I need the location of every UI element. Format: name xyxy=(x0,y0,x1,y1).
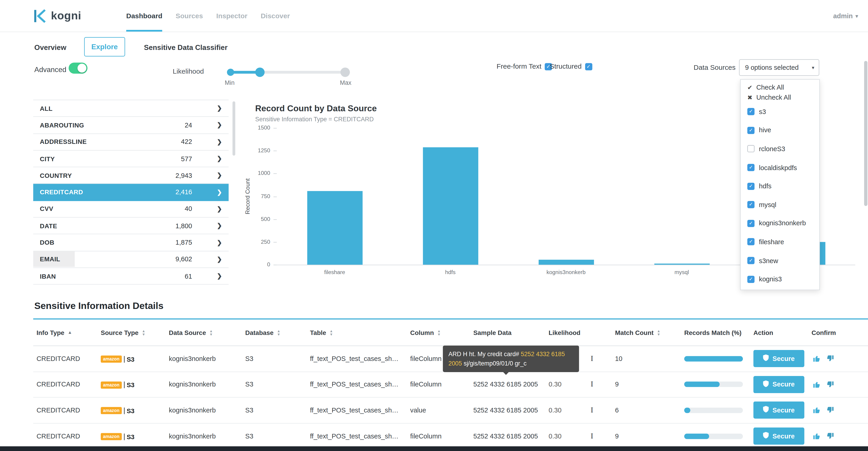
secure-button[interactable]: Secure xyxy=(753,376,804,393)
data-source-option-fileshare[interactable]: ✓fileshare xyxy=(741,233,819,251)
column-header-table[interactable]: Table▲▼ xyxy=(307,329,407,336)
list-scrollbar[interactable] xyxy=(232,101,235,155)
likelihood-slider[interactable] xyxy=(227,66,350,78)
slider-max-handle[interactable] xyxy=(341,67,350,77)
slider-min-handle[interactable] xyxy=(227,69,234,76)
data-source-option-mysql[interactable]: ✓mysql xyxy=(741,196,819,214)
info-type-row-city[interactable]: CITY577❯ xyxy=(33,150,228,168)
page-scrollbar[interactable] xyxy=(864,61,868,206)
info-type-row-creditcard[interactable]: CREDITCARD2,416❯ xyxy=(33,184,228,201)
sort-desc-icon: ▼ xyxy=(437,332,441,336)
thumbs-up-icon[interactable] xyxy=(813,432,821,440)
info-type-row-addressline[interactable]: ADDRESSLINE422❯ xyxy=(33,134,228,151)
sort-icons[interactable]: ▲▼ xyxy=(142,329,146,336)
sort-icons[interactable]: ▲▼ xyxy=(437,329,441,336)
column-label: Sample Data xyxy=(473,329,512,336)
cell-database: S3 xyxy=(242,381,307,388)
cell-text-icon: I xyxy=(587,354,612,363)
sort-icons[interactable]: ▲▼ xyxy=(209,329,213,336)
nav-item-sources[interactable]: Sources xyxy=(176,0,203,31)
thumbs-up-icon[interactable] xyxy=(813,380,821,389)
checked-checkbox[interactable]: ✓ xyxy=(747,183,755,190)
sort-icons[interactable]: ▲▼ xyxy=(657,329,660,336)
sort-icons[interactable]: ▲▼ xyxy=(330,329,333,336)
data-source-option-kognis3[interactable]: ✓kognis3 xyxy=(741,270,819,289)
column-header-source-type[interactable]: Source Type▲▼ xyxy=(97,329,165,336)
tooltip-arrow xyxy=(503,372,509,378)
freeform-text-filter[interactable]: Free-form Text ✓ xyxy=(496,62,552,70)
tab-overview[interactable]: Overview xyxy=(34,43,66,51)
checked-checkbox[interactable]: ✓ xyxy=(747,127,755,134)
checked-checkbox[interactable]: ✓ xyxy=(747,164,755,171)
brand[interactable]: kogni xyxy=(33,0,82,31)
thumbs-down-icon[interactable] xyxy=(826,432,834,440)
checked-checkbox[interactable]: ✓ xyxy=(747,108,755,115)
text-ibeam-icon[interactable]: I xyxy=(591,354,593,363)
secure-button[interactable]: Secure xyxy=(753,402,804,419)
slider-value-handle[interactable] xyxy=(255,67,265,77)
structured-filter[interactable]: Structured ✓ xyxy=(550,62,592,70)
check-all-action[interactable]: ✔ Check All xyxy=(741,83,819,93)
sort-icons[interactable]: ▲▼ xyxy=(277,329,281,336)
column-header-match-count[interactable]: Match Count▲▼ xyxy=(612,329,681,336)
thumbs-down-icon[interactable] xyxy=(826,406,834,414)
user-menu[interactable]: admin ▾ xyxy=(833,0,858,31)
text-ibeam-icon[interactable]: I xyxy=(591,406,593,414)
column-header-info-type[interactable]: Info Type▲ xyxy=(33,329,98,336)
check-all-label: Check All xyxy=(756,84,784,91)
secure-button[interactable]: Secure xyxy=(753,350,804,367)
checked-checkbox[interactable]: ✓ xyxy=(747,220,755,227)
cell-table: ff_text_POS_test_cases_sh… xyxy=(307,407,407,414)
advanced-toggle[interactable] xyxy=(69,62,88,73)
info-type-row-all[interactable]: ALL❯ xyxy=(33,100,228,117)
tab-explore[interactable]: Explore xyxy=(84,37,125,57)
thumbs-down-icon[interactable] xyxy=(826,380,834,389)
column-label: Database xyxy=(245,329,274,336)
data-source-option-s3new[interactable]: ✓s3new xyxy=(741,251,819,270)
uncheck-all-action[interactable]: ✖ Uncheck All xyxy=(741,93,819,102)
tab-sensitive-data-classifier[interactable]: Sensitive Data Classifier xyxy=(144,43,227,51)
info-type-row-date[interactable]: DATE1,800❯ xyxy=(33,218,228,235)
info-type-row-iban[interactable]: IBAN61❯ xyxy=(33,268,228,285)
data-source-option-hdfs[interactable]: ✓hdfs xyxy=(741,177,819,196)
amazon-logo-text: amazon xyxy=(101,382,122,389)
sort-asc-icon[interactable]: ▲ xyxy=(68,330,72,335)
info-type-row-dob[interactable]: DOB1,875❯ xyxy=(33,234,228,251)
thumbs-up-icon[interactable] xyxy=(813,406,821,414)
nav-item-dashboard[interactable]: Dashboard xyxy=(126,0,162,31)
structured-label: Structured xyxy=(550,62,582,70)
data-sources-select[interactable]: 9 options selected ▾ xyxy=(739,59,819,76)
column-header-database[interactable]: Database▲▼ xyxy=(242,329,307,336)
data-source-option-localdiskpdfs[interactable]: ✓localdiskpdfs xyxy=(741,158,819,177)
x-tick-label: mysql xyxy=(624,269,740,275)
y-tick-mark xyxy=(274,128,277,128)
text-ibeam-icon[interactable]: I xyxy=(591,432,593,440)
data-source-option-s3[interactable]: ✓s3 xyxy=(741,102,819,121)
nav-item-discover[interactable]: Discover xyxy=(261,0,290,31)
column-label: Records Match (%) xyxy=(684,329,742,336)
data-source-option-rclones3[interactable]: rcloneS3 xyxy=(741,140,819,158)
unchecked-checkbox[interactable] xyxy=(747,145,755,153)
secure-button[interactable]: Secure xyxy=(753,427,804,445)
caret-down-icon: ▾ xyxy=(812,65,814,70)
info-type-row-cvv[interactable]: CVV40❯ xyxy=(33,201,228,218)
data-source-option-hive[interactable]: ✓hive xyxy=(741,121,819,140)
column-header-data-source[interactable]: Data Source▲▼ xyxy=(165,329,242,336)
info-type-row-email[interactable]: EMAIL9,602❯ xyxy=(33,251,228,268)
thumbs-down-icon[interactable] xyxy=(826,355,834,363)
chevron-right-icon: ❯ xyxy=(215,122,222,129)
info-type-row-abarouting[interactable]: ABAROUTING24❯ xyxy=(33,117,228,134)
checked-checkbox[interactable]: ✓ xyxy=(747,238,755,246)
checked-checkbox[interactable]: ✓ xyxy=(747,257,755,264)
thumbs-up-icon[interactable] xyxy=(813,355,821,363)
info-type-row-country[interactable]: COUNTRY2,943❯ xyxy=(33,168,228,184)
nav-item-inspector[interactable]: Inspector xyxy=(216,0,248,31)
checked-checkbox[interactable]: ✓ xyxy=(747,276,755,283)
text-ibeam-icon[interactable]: I xyxy=(591,380,593,388)
data-source-option-kognis3nonkerb[interactable]: ✓kognis3nonkerb xyxy=(741,214,819,233)
checked-checkbox[interactable]: ✓ xyxy=(747,201,755,208)
structured-checkbox[interactable]: ✓ xyxy=(585,63,592,70)
cell-confirm xyxy=(808,380,868,389)
column-header-column[interactable]: Column▲▼ xyxy=(407,329,470,336)
sort-desc-icon: ▼ xyxy=(277,332,281,336)
